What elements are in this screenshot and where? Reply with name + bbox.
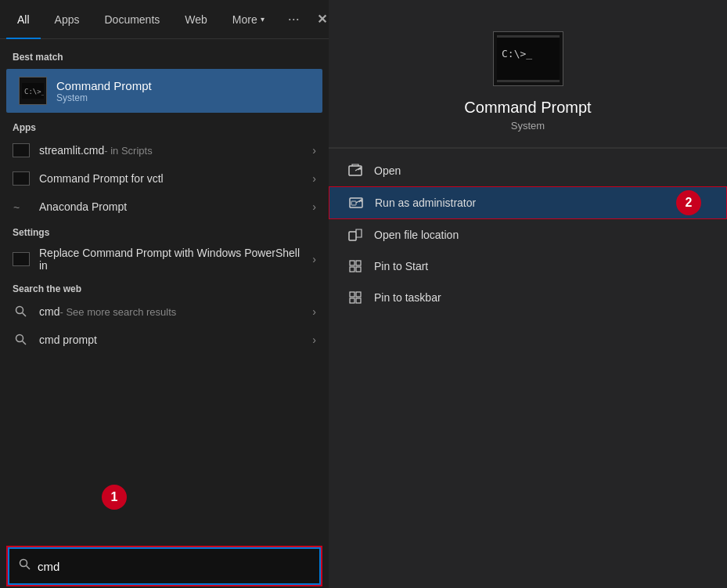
arrow-icon-6: › — [312, 334, 316, 346]
pin-taskbar-icon — [347, 290, 363, 305]
result-text-anaconda: Anaconda Prompt — [39, 200, 303, 213]
svg-line-16 — [356, 200, 362, 203]
search-bar — [8, 547, 321, 585]
result-text-cmd-prompt: cmd prompt — [39, 334, 303, 346]
svg-text:C:\>_: C:\>_ — [24, 88, 44, 96]
action-run-admin[interactable]: Run as administrator 2 — [329, 186, 727, 219]
web-section-label: Search the web — [0, 277, 329, 298]
best-match-text: Command Prompt System — [56, 79, 152, 103]
shield-icon — [348, 195, 364, 211]
tab-more[interactable]: More ▾ — [221, 7, 275, 32]
tabs-bar: All Apps Documents Web More ▾ ··· ✕ — [0, 0, 329, 39]
svg-line-6 — [23, 341, 27, 345]
settings-icon — [13, 251, 30, 268]
svg-rect-17 — [351, 201, 356, 205]
result-text-vctl: Command Prompt for vctl — [39, 172, 303, 185]
apps-section-label: Apps — [0, 116, 329, 136]
list-item[interactable]: Replace Command Prompt with Windows Powe… — [0, 241, 329, 277]
search-icon-2 — [13, 331, 30, 348]
best-match-sub: System — [56, 92, 152, 103]
app-preview-sub: System — [511, 120, 545, 132]
badge-1: 1 — [102, 485, 127, 510]
action-open[interactable]: Open — [329, 155, 727, 186]
best-match-icon: C:\>_ — [19, 77, 47, 105]
arrow-icon-3: › — [312, 200, 316, 213]
action-pin-start-label: Pin to Start — [374, 260, 428, 272]
svg-rect-20 — [356, 261, 361, 265]
action-open-location-label: Open file location — [374, 229, 459, 241]
search-icon — [13, 303, 30, 320]
list-item[interactable]: cmd prompt › — [0, 326, 329, 354]
search-input[interactable] — [38, 560, 310, 573]
tab-documents[interactable]: Documents — [93, 7, 171, 32]
app-preview: C:\>_ Command Prompt System — [329, 0, 727, 148]
search-bar-icon — [19, 558, 31, 574]
list-item[interactable]: streamlit.cmd- in Scripts › — [0, 136, 329, 164]
result-text-streamlit: streamlit.cmd- in Scripts — [39, 144, 303, 157]
right-panel: C:\>_ Command Prompt System Open Run as … — [329, 0, 727, 588]
action-pin-taskbar-label: Pin to taskbar — [374, 291, 441, 304]
svg-rect-26 — [356, 298, 361, 303]
svg-rect-12 — [497, 80, 560, 82]
action-pin-start[interactable]: Pin to Start — [329, 251, 727, 282]
arrow-icon-2: › — [312, 172, 316, 185]
best-match-item[interactable]: C:\>_ Command Prompt System — [6, 69, 322, 113]
svg-text:~: ~ — [13, 201, 20, 214]
action-open-label: Open — [374, 164, 401, 177]
best-match-name: Command Prompt — [56, 79, 152, 92]
search-panel: All Apps Documents Web More ▾ ··· ✕ Best… — [0, 0, 329, 588]
svg-rect-21 — [350, 267, 355, 272]
list-item[interactable]: cmd- See more search results › — [0, 298, 329, 326]
list-item[interactable]: Command Prompt for vctl › — [0, 164, 329, 193]
pin-start-icon — [347, 258, 363, 274]
svg-line-14 — [355, 168, 361, 171]
tab-apps[interactable]: Apps — [44, 7, 91, 32]
svg-line-4 — [23, 313, 27, 317]
arrow-icon: › — [312, 144, 316, 157]
svg-point-3 — [16, 307, 23, 314]
app-preview-name: Command Prompt — [464, 99, 591, 117]
chevron-down-icon: ▾ — [261, 15, 265, 23]
svg-point-7 — [20, 560, 27, 567]
location-icon — [347, 227, 363, 243]
result-text-powershell: Replace Command Prompt with Windows Powe… — [39, 247, 303, 272]
cmd-icon — [13, 142, 30, 159]
open-icon — [347, 163, 363, 179]
search-bar-outer — [6, 546, 322, 586]
svg-rect-22 — [356, 267, 361, 272]
action-run-admin-label: Run as administrator — [375, 197, 476, 209]
anaconda-icon: ~ — [13, 198, 30, 215]
action-pin-taskbar[interactable]: Pin to taskbar — [329, 282, 727, 313]
tab-web[interactable]: Web — [174, 7, 218, 32]
results-area: Best match C:\>_ Command Prompt System A… — [0, 39, 329, 544]
best-match-label: Best match — [0, 45, 329, 66]
cmd-icon-2 — [13, 170, 30, 187]
app-preview-icon: C:\>_ — [493, 31, 563, 86]
svg-rect-19 — [350, 261, 355, 265]
svg-rect-11 — [497, 35, 560, 38]
svg-rect-23 — [350, 292, 355, 297]
tab-all[interactable]: All — [6, 7, 41, 32]
svg-text:C:\>_: C:\>_ — [502, 48, 532, 60]
svg-line-8 — [27, 566, 31, 570]
arrow-icon-4: › — [312, 253, 316, 265]
list-item[interactable]: ~ Anaconda Prompt › — [0, 193, 329, 221]
badge-2: 2 — [676, 190, 701, 215]
svg-rect-24 — [356, 292, 361, 297]
settings-section-label: Settings — [0, 221, 329, 241]
svg-rect-25 — [350, 298, 355, 303]
arrow-icon-5: › — [312, 305, 316, 318]
more-options-button[interactable]: ··· — [282, 8, 306, 31]
svg-rect-18 — [349, 232, 356, 240]
result-text-cmd-web: cmd- See more search results — [39, 305, 303, 318]
svg-point-5 — [16, 335, 23, 342]
actions-list: Open Run as administrator 2 Open file lo… — [329, 149, 727, 319]
action-open-location[interactable]: Open file location — [329, 219, 727, 251]
